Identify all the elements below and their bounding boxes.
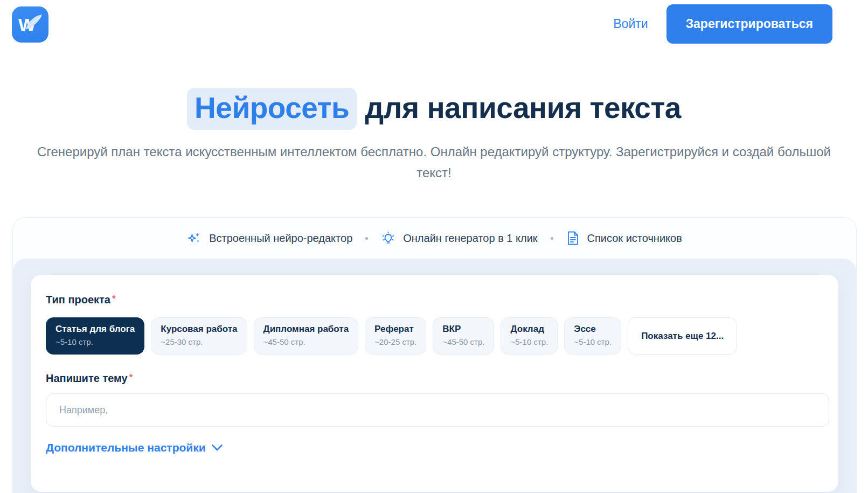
required-asterisk: * <box>112 294 116 304</box>
chip-pages: ~20-25 стр. <box>374 337 416 346</box>
project-type-chip[interactable]: Дипломная работа~45-50 стр. <box>254 317 359 355</box>
chip-title: Дипломная работа <box>263 324 349 335</box>
login-link[interactable]: Войти <box>613 17 648 31</box>
hero-section: Нейросеть для написания текста Сгенериру… <box>0 91 868 183</box>
header-actions: Войти Зарегистрироваться <box>613 4 832 44</box>
chip-pages: ~5-10 стр. <box>510 337 548 346</box>
feature-label: Встроенный нейро-редактор <box>209 232 352 245</box>
show-more-chip[interactable]: Показать еще 12... <box>628 317 737 355</box>
landing-page: W Войти Зарегистрироваться Нейросеть для… <box>0 0 868 493</box>
project-type-chip[interactable]: Статья для блога~5-10 стр. <box>46 317 144 355</box>
chip-title: Статья для блога <box>55 324 135 335</box>
chip-pages: ~45-50 стр. <box>442 337 484 346</box>
project-type-chip[interactable]: Реферат~20-25 стр. <box>365 317 426 355</box>
features-row: Встроенный нейро-редакторОнлайн генерато… <box>13 218 856 259</box>
chip-title: Курсовая работа <box>161 324 237 335</box>
chip-title: Эссе <box>574 324 612 335</box>
app-logo[interactable]: W <box>12 6 48 43</box>
title-highlight: Нейросеть <box>187 88 357 130</box>
document-icon <box>566 231 580 246</box>
feather-icon <box>25 14 43 31</box>
topic-label: Напишите тему* <box>46 372 823 385</box>
feature-label: Онлайн генератор в 1 клик <box>403 232 537 245</box>
chip-title: Реферат <box>374 324 416 335</box>
project-type-chip[interactable]: Курсовая работа~25-30 стр. <box>151 317 247 355</box>
chip-pages: ~25-30 стр. <box>161 337 237 346</box>
project-type-chip[interactable]: ВКР~45-50 стр. <box>433 317 494 355</box>
project-type-chip[interactable]: Доклад~5-10 стр. <box>501 317 558 355</box>
feature-label: Список источников <box>587 232 682 245</box>
sparkles-icon <box>187 231 202 246</box>
feature-item: Встроенный нейро-редактор <box>187 231 352 246</box>
show-more-label: Показать еще 12... <box>641 331 724 342</box>
project-type-chips: Статья для блога~5-10 стр.Курсовая работ… <box>46 317 823 355</box>
hero-subtitle: Сгенерируй план текста искусственным инт… <box>22 141 846 183</box>
chip-pages: ~5-10 стр. <box>55 337 135 346</box>
required-asterisk: * <box>129 372 133 383</box>
header: W Войти Зарегистрироваться <box>0 0 868 52</box>
project-type-label: Тип проекта* <box>46 294 823 306</box>
chevron-down-icon <box>211 444 223 452</box>
form-panel: Тип проекта* Статья для блога~5-10 стр.К… <box>13 259 856 493</box>
advanced-settings-label: Дополнительные настройки <box>46 441 206 454</box>
feature-item: Онлайн генератор в 1 клик <box>381 231 537 246</box>
project-type-chip[interactable]: Эссе~5-10 стр. <box>564 317 621 355</box>
form-card: Тип проекта* Статья для блога~5-10 стр.К… <box>31 275 838 492</box>
signup-button[interactable]: Зарегистрироваться <box>666 4 832 44</box>
page-title: Нейросеть для написания текста <box>0 91 868 125</box>
topic-input[interactable] <box>46 393 829 427</box>
feature-item: Список источников <box>566 231 682 246</box>
lightbulb-icon <box>381 231 395 246</box>
dot-separator <box>551 237 553 240</box>
generator-panel: Встроенный нейро-редакторОнлайн генерато… <box>12 217 857 493</box>
title-rest: для написания текста <box>357 91 681 124</box>
chip-pages: ~5-10 стр. <box>574 337 612 346</box>
chip-title: ВКР <box>442 324 484 335</box>
dot-separator <box>365 237 368 240</box>
advanced-settings-toggle[interactable]: Дополнительные настройки <box>46 441 223 454</box>
chip-title: Доклад <box>510 324 548 335</box>
chip-pages: ~45-50 стр. <box>263 337 349 346</box>
